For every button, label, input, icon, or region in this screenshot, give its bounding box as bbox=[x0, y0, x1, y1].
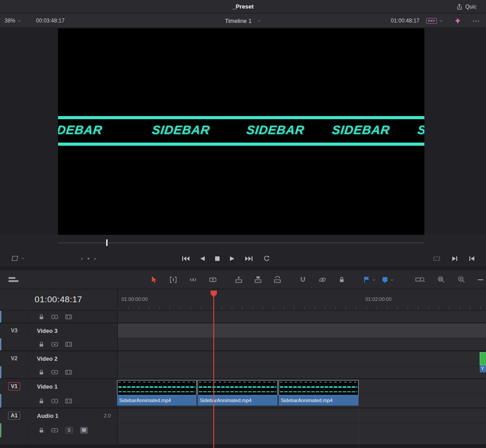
clip-name[interactable]: SidebarAnnimated.mp4 bbox=[117, 395, 197, 406]
skip-start-icon[interactable] bbox=[182, 256, 189, 261]
lock-icon[interactable] bbox=[39, 427, 44, 433]
track-id[interactable]: V2 bbox=[0, 355, 28, 362]
track-name[interactable]: Video 1 bbox=[37, 383, 58, 390]
lock-icon[interactable] bbox=[39, 398, 44, 404]
scrubber-playhead[interactable] bbox=[106, 239, 108, 246]
clip-name[interactable]: SidebarAnnimated.mp4 bbox=[279, 395, 359, 406]
track-color-strip bbox=[0, 394, 1, 408]
track-id-badge[interactable]: A1 bbox=[8, 412, 20, 420]
selection-arrow-icon[interactable] bbox=[151, 276, 157, 283]
track-header-a1[interactable]: A1 Audio 1 2.0 bbox=[0, 408, 117, 423]
zoom-custom-icon[interactable] bbox=[458, 276, 465, 283]
timeline-ruler[interactable]: 01:00:00:00 01:02:00:00 bbox=[117, 289, 486, 310]
frame-view-icon[interactable] bbox=[65, 399, 72, 403]
timeline-selector[interactable]: Timeline 1 bbox=[225, 13, 261, 28]
track-id[interactable]: V3 bbox=[0, 327, 28, 334]
minus-icon[interactable] bbox=[478, 279, 483, 281]
auto-select-icon[interactable] bbox=[51, 370, 58, 375]
flag-icon[interactable] bbox=[364, 276, 370, 283]
frame-view-icon[interactable] bbox=[65, 342, 72, 347]
quick-export-button[interactable]: Quic bbox=[456, 0, 486, 13]
enhance-button[interactable] bbox=[454, 13, 461, 28]
timeline-view-icon[interactable] bbox=[8, 277, 19, 283]
overlay-mode-icon[interactable] bbox=[11, 255, 18, 261]
clip-name[interactable]: Y bbox=[480, 365, 486, 372]
chevron-down-icon[interactable] bbox=[21, 257, 25, 260]
prev-frame-icon[interactable] bbox=[469, 256, 474, 261]
dynamic-trim-icon[interactable] bbox=[189, 277, 197, 283]
playhead-line[interactable] bbox=[213, 293, 214, 448]
auto-select-icon[interactable] bbox=[51, 428, 58, 433]
lock-icon[interactable] bbox=[39, 314, 44, 320]
export-icon bbox=[456, 4, 463, 10]
video-canvas[interactable]: SIDEBAR SIDEBAR SIDEBAR SIDEBAR SIDEBAR bbox=[58, 28, 424, 235]
viewer-options-menu[interactable]: ⋯ bbox=[472, 13, 480, 28]
marker-icon[interactable] bbox=[382, 277, 388, 283]
project-title: _Preset bbox=[233, 3, 254, 10]
ruler-ticks bbox=[118, 307, 486, 310]
play-icon[interactable] bbox=[230, 256, 235, 261]
skip-end-icon[interactable] bbox=[245, 256, 253, 261]
track-name[interactable]: Audio 1 bbox=[37, 412, 58, 419]
position-lock-icon[interactable] bbox=[339, 277, 345, 283]
viewer-zoom-select[interactable]: 38% bbox=[4, 13, 21, 28]
resize-viewer-icon[interactable] bbox=[433, 256, 441, 261]
jog-controls[interactable]: ‹ ● › bbox=[81, 251, 96, 266]
trim-edit-icon[interactable] bbox=[170, 277, 177, 283]
play-reverse-icon[interactable] bbox=[200, 256, 205, 261]
track-name[interactable]: Video 2 bbox=[37, 355, 58, 362]
stop-icon[interactable] bbox=[215, 256, 220, 261]
clip-filmstrip[interactable] bbox=[198, 380, 278, 395]
timeline-clip[interactable]: SidebarAnnimated.mp4 bbox=[279, 380, 359, 406]
chevron-down-icon[interactable] bbox=[390, 279, 394, 281]
timeline-clip-partial[interactable]: Y bbox=[480, 352, 486, 372]
zoom-full-icon[interactable] bbox=[415, 276, 425, 283]
jog-left[interactable]: ‹ bbox=[81, 255, 83, 262]
insert-clip-icon[interactable] bbox=[235, 276, 242, 283]
banner-text: SIDEBAR bbox=[331, 123, 391, 137]
auto-select-icon[interactable] bbox=[51, 399, 58, 403]
clip-filmstrip[interactable] bbox=[279, 380, 359, 395]
clip-filmstrip[interactable] bbox=[117, 380, 197, 395]
track-header-v2[interactable]: V2 Video 2 bbox=[0, 351, 117, 366]
track-id-badge[interactable]: V1 bbox=[8, 382, 20, 390]
source-timecode: 00:03:48:17 bbox=[36, 13, 64, 28]
zoom-detail-icon[interactable] bbox=[437, 276, 445, 283]
jog-dot[interactable]: ● bbox=[87, 256, 90, 260]
chevron-down-icon bbox=[18, 20, 21, 22]
timeline-clip[interactable]: SidebarAnnimated.mp4 bbox=[117, 380, 197, 406]
track-header-v1[interactable]: V1 Video 1 bbox=[0, 379, 117, 394]
snapping-icon[interactable] bbox=[300, 276, 306, 283]
next-frame-icon[interactable] bbox=[452, 256, 458, 261]
auto-select-icon[interactable] bbox=[51, 314, 58, 319]
viewer-panel: SIDEBAR SIDEBAR SIDEBAR SIDEBAR SIDEBAR bbox=[0, 28, 486, 235]
lock-icon[interactable] bbox=[39, 341, 44, 347]
linked-selection-icon[interactable] bbox=[319, 277, 326, 283]
banner-text: SIDEBAR bbox=[151, 123, 211, 137]
jog-right[interactable]: › bbox=[94, 255, 96, 262]
loop-icon[interactable] bbox=[263, 255, 270, 261]
proxy-toggle[interactable]: PXY bbox=[426, 13, 443, 28]
banner-line-bottom bbox=[58, 143, 424, 146]
track-header-v3[interactable]: V3 Video 3 bbox=[0, 323, 117, 338]
auto-select-icon[interactable] bbox=[51, 342, 58, 347]
solo-button[interactable]: S bbox=[65, 427, 73, 434]
proxy-badge: PXY bbox=[426, 18, 437, 24]
lock-icon[interactable] bbox=[39, 369, 44, 375]
mute-button[interactable]: M bbox=[80, 427, 88, 434]
blade-edit-icon[interactable] bbox=[209, 277, 216, 282]
clip-filmstrip[interactable] bbox=[480, 352, 486, 365]
track-name[interactable]: Video 3 bbox=[37, 327, 58, 334]
timeline-toolbar bbox=[0, 270, 486, 289]
scrubber-track[interactable] bbox=[58, 242, 424, 243]
audio-channels-label: 2.0 bbox=[104, 413, 111, 418]
chevron-down-icon[interactable] bbox=[372, 279, 376, 281]
timeline-timecode[interactable]: 01:00:48:17 bbox=[0, 289, 117, 310]
frame-view-icon[interactable] bbox=[65, 370, 72, 375]
timeline-clip[interactable]: SidebarAnnimated.mp4 bbox=[198, 380, 278, 406]
clip-name[interactable]: SidebarAnnimated.mp4 bbox=[198, 395, 278, 406]
frame-view-icon[interactable] bbox=[65, 314, 72, 319]
replace-clip-icon[interactable] bbox=[274, 276, 281, 283]
viewer-scrubber[interactable] bbox=[0, 235, 486, 251]
overwrite-clip-icon[interactable] bbox=[255, 276, 261, 283]
